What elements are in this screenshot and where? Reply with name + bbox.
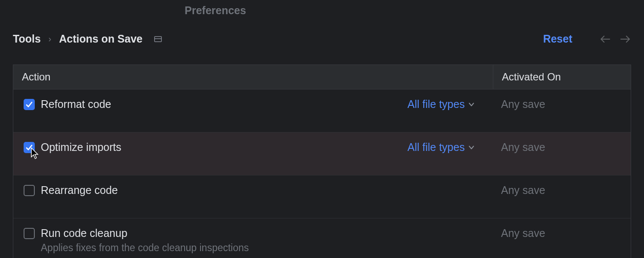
table-row[interactable]: Run code cleanupApplies fixes from the c… (13, 218, 631, 258)
filetype-dropdown[interactable]: All file types (407, 98, 465, 111)
forward-arrow-icon[interactable] (620, 34, 631, 45)
actions-table: Action Activated On Reformat codeAll fil… (13, 64, 631, 258)
breadcrumb: Tools › Actions on Save Reset (13, 33, 631, 45)
table-row[interactable]: Rearrange codeAny save (13, 175, 631, 218)
action-label: Optimize imports (41, 141, 122, 154)
action-label: Rearrange code (41, 184, 118, 197)
table-row[interactable]: Reformat codeAll file typesAny save (13, 89, 631, 132)
activated-on-cell: Any save (493, 227, 631, 240)
action-checkbox[interactable] (24, 99, 35, 110)
reset-button[interactable]: Reset (543, 33, 572, 45)
action-cell: Run code cleanupApplies fixes from the c… (13, 227, 407, 254)
action-checkbox[interactable] (24, 228, 35, 239)
table-row[interactable]: Optimize importsAll file typesAny save (13, 132, 631, 175)
chevron-down-icon[interactable] (468, 101, 475, 108)
filetype-dropdown[interactable]: All file types (407, 141, 465, 154)
action-label: Run code cleanup (41, 227, 249, 240)
chevron-down-icon[interactable] (468, 144, 475, 151)
svg-rect-0 (155, 37, 161, 42)
action-checkbox[interactable] (24, 142, 35, 153)
activated-on-cell: Any save (493, 141, 631, 154)
action-cell: Optimize imports (13, 141, 407, 154)
chevron-right-icon: › (49, 34, 52, 44)
action-checkbox[interactable] (24, 185, 35, 196)
action-description: Applies fixes from the code cleanup insp… (41, 242, 249, 254)
back-arrow-icon[interactable] (599, 34, 611, 45)
action-cell: Rearrange code (13, 184, 407, 197)
breadcrumb-parent[interactable]: Tools (13, 33, 41, 45)
page-title: Preferences (185, 4, 246, 17)
activated-on-cell: Any save (493, 98, 631, 111)
filetypes-cell: All file types (407, 141, 493, 154)
activated-on-cell: Any save (493, 184, 631, 197)
action-label: Reformat code (41, 98, 111, 111)
column-header-activated[interactable]: Activated On (493, 65, 631, 89)
table-header: Action Activated On (13, 65, 631, 89)
breadcrumb-current: Actions on Save (59, 33, 143, 45)
action-cell: Reformat code (13, 98, 407, 111)
filetypes-cell: All file types (407, 98, 493, 111)
layout-icon[interactable] (154, 35, 162, 43)
column-header-action[interactable]: Action (13, 65, 493, 89)
